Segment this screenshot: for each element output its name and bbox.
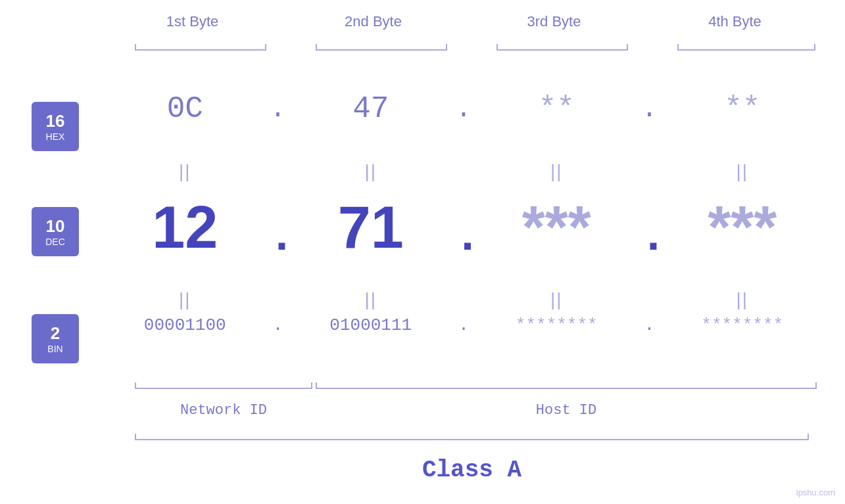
bracket-top-3	[496, 49, 628, 51]
eq2-sign-3: ||	[550, 289, 563, 309]
hex-cell-3: **	[473, 92, 640, 126]
dec-badge-label: DEC	[45, 237, 65, 247]
bin-dot-2: .	[454, 315, 473, 335]
dec-cell-3: ***	[473, 194, 640, 262]
bin-dot-3: .	[640, 315, 660, 335]
bracket-class	[135, 439, 809, 440]
dec-value-3: ***	[522, 195, 591, 260]
eq-cell-4: ||	[660, 161, 826, 182]
network-id-label: Network ID	[135, 402, 312, 419]
eq2-sign-1: ||	[179, 289, 191, 309]
dec-cell-1: 12	[102, 194, 268, 262]
byte-header-1: 1st Byte	[102, 13, 283, 30]
dec-badge: 10 DEC	[32, 207, 79, 256]
bin-badge-label: BIN	[47, 344, 62, 354]
eq-sign-1: ||	[179, 161, 191, 181]
bracket-top-1	[135, 49, 266, 51]
byte-headers: 1st Byte 2nd Byte 3rd Byte 4th Byte	[102, 13, 825, 30]
dec-cell-2: 71	[288, 194, 454, 262]
eq2-cell-3: ||	[473, 289, 640, 310]
eq-cell-2: ||	[288, 161, 454, 182]
bin-value-1: 00001100	[144, 315, 226, 335]
eq2-sign-4: ||	[736, 289, 748, 309]
hex-dot-2: .	[454, 95, 473, 124]
dec-value-4: ***	[708, 195, 777, 260]
hex-cell-4: **	[660, 92, 826, 126]
eq-row-2: || || || ||	[102, 289, 825, 310]
bin-dot-1: .	[268, 315, 288, 335]
bracket-top-2	[316, 49, 447, 51]
bin-cell-3: ********	[473, 315, 640, 335]
eq-sign-3: ||	[550, 161, 563, 181]
host-id-label: Host ID	[316, 402, 817, 419]
bin-badge: 2 BIN	[32, 314, 79, 363]
dec-value-2: 71	[338, 195, 404, 260]
bin-value-2: 01000111	[329, 315, 412, 335]
hex-badge-label: HEX	[46, 131, 65, 142]
dec-cell-4: ***	[660, 194, 826, 262]
bracket-host-id	[316, 388, 817, 389]
bin-value-4: ********	[701, 315, 783, 335]
hex-dot-3: .	[640, 95, 660, 124]
dec-row: 12 . 71 . *** . ***	[102, 194, 825, 262]
hex-value-4: **	[724, 92, 760, 126]
dec-badge-number: 10	[46, 216, 65, 237]
class-label: Class A	[135, 457, 809, 484]
watermark: ipshu.com	[796, 488, 835, 497]
byte-header-2: 2nd Byte	[283, 13, 464, 30]
eq-row-1: || || || ||	[102, 161, 825, 182]
bin-cell-1: 00001100	[102, 315, 268, 335]
eq2-cell-2: ||	[288, 289, 454, 310]
hex-badge-number: 16	[46, 111, 65, 131]
byte-header-3: 3rd Byte	[464, 13, 644, 30]
eq2-sign-2: ||	[364, 289, 377, 309]
hex-value-1: 0C	[167, 92, 203, 126]
hex-badge: 16 HEX	[32, 102, 79, 151]
bin-badge-number: 2	[51, 323, 60, 344]
main-container: 1st Byte 2nd Byte 3rd Byte 4th Byte 16 H…	[0, 0, 845, 504]
dec-dot-2: .	[454, 195, 473, 261]
eq-cell-1: ||	[102, 161, 268, 182]
dec-dot-3: .	[640, 195, 660, 261]
eq2-cell-1: ||	[102, 289, 268, 310]
bin-value-3: ********	[516, 315, 598, 335]
eq2-cell-4: ||	[660, 289, 826, 310]
eq-sign-4: ||	[736, 161, 748, 181]
byte-header-4: 4th Byte	[644, 13, 825, 30]
bin-cell-2: 01000111	[288, 315, 454, 335]
hex-value-3: **	[539, 92, 575, 126]
eq-sign-2: ||	[364, 161, 377, 181]
hex-cell-1: 0C	[102, 92, 268, 126]
hex-value-2: 47	[352, 92, 389, 126]
bracket-top-4	[677, 49, 815, 51]
dec-dot-1: .	[268, 195, 288, 261]
hex-dot-1: .	[268, 95, 288, 124]
hex-cell-2: 47	[288, 92, 454, 126]
dec-value-1: 12	[152, 195, 218, 260]
bracket-network-id	[135, 388, 312, 389]
eq-cell-3: ||	[473, 161, 640, 182]
bin-row: 00001100 . 01000111 . ******** . *******…	[102, 315, 825, 335]
bin-cell-4: ********	[660, 315, 826, 335]
hex-row: 0C . 47 . ** . **	[102, 92, 825, 126]
